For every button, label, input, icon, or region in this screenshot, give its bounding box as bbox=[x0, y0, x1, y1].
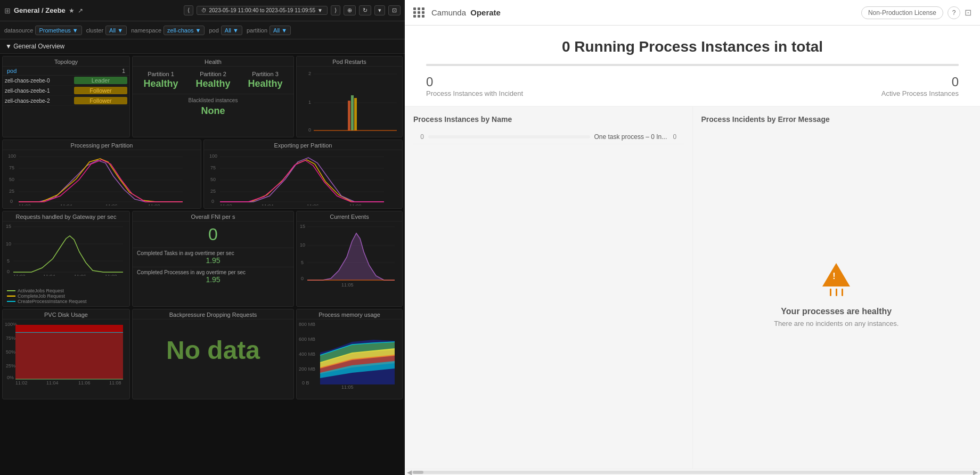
health-title: Health bbox=[133, 56, 293, 67]
svg-text:100: 100 bbox=[8, 153, 16, 159]
fni-title: Overall FNI per s bbox=[133, 211, 293, 222]
svg-text:11:06: 11:06 bbox=[78, 380, 91, 384]
svg-text:75: 75 bbox=[210, 165, 216, 170]
svg-text:11:08: 11:08 bbox=[349, 203, 362, 206]
refresh-button[interactable]: ↻ bbox=[359, 5, 371, 15]
chevron-icon: ▼ bbox=[195, 27, 201, 34]
pod-dropdown[interactable]: All ▼ bbox=[221, 26, 242, 35]
active-label: Active Process Instances bbox=[881, 89, 959, 97]
svg-text:400 MB: 400 MB bbox=[299, 351, 315, 357]
pvc-title: PVC Disk Usage bbox=[3, 309, 129, 320]
grid-dot bbox=[413, 11, 416, 14]
svg-text:75: 75 bbox=[9, 165, 14, 170]
grid-dot bbox=[418, 15, 420, 18]
star-icon[interactable]: ★ bbox=[69, 7, 75, 14]
svg-text:50: 50 bbox=[210, 177, 216, 182]
incidents-label: Process Instances with Incident bbox=[426, 89, 523, 97]
svg-text:11:02: 11:02 bbox=[220, 203, 232, 206]
scroll-left-button[interactable]: ◀ bbox=[407, 469, 412, 476]
scroll-track[interactable] bbox=[412, 471, 973, 474]
nav-next-button[interactable]: ⟩ bbox=[331, 5, 340, 15]
svg-text:0: 0 bbox=[211, 199, 214, 204]
svg-text:75%: 75% bbox=[6, 335, 15, 341]
svg-text:11:02: 11:02 bbox=[13, 274, 26, 276]
grid-dot bbox=[418, 11, 420, 14]
svg-marker-67 bbox=[15, 332, 123, 379]
dashboard-grid[interactable]: Topology pod 1 zell-chaos-zeebe-0 Leader… bbox=[0, 54, 405, 475]
completed-processes-title: Completed Processes in avg overtime per … bbox=[137, 269, 289, 275]
namespace-filter: namespace zell-chaos ▼ bbox=[131, 26, 205, 35]
svg-text:5: 5 bbox=[301, 260, 304, 265]
cluster-dropdown[interactable]: All ▼ bbox=[105, 26, 127, 35]
bottom-scrollbar[interactable]: ◀ ▶ bbox=[405, 469, 980, 475]
window-button[interactable]: ⊡ bbox=[965, 7, 971, 18]
svg-rect-6 bbox=[348, 101, 350, 130]
backpressure-title: Backpressure Dropping Requests bbox=[133, 309, 293, 320]
svg-text:600 MB: 600 MB bbox=[299, 337, 315, 342]
incidents-col: Process Incidents by Error Message ! bbox=[693, 107, 981, 469]
instances-title: Process Instances by Name bbox=[413, 115, 684, 124]
apps-icon[interactable]: ⊞ bbox=[4, 6, 11, 15]
hero-metrics: 0 Process Instances with Incident 0 Acti… bbox=[426, 75, 959, 97]
memory-svg: 800 MB 600 MB 400 MB 200 MB 0 B 11:0 bbox=[299, 321, 397, 390]
svg-text:11:06: 11:06 bbox=[105, 203, 118, 206]
help-button[interactable]: ? bbox=[948, 6, 960, 19]
row-2: Processing per Partition 100 75 50 25 0 bbox=[2, 140, 403, 209]
processing-panel: Processing per Partition 100 75 50 25 0 bbox=[2, 140, 201, 209]
memory-title: Process memory usage bbox=[297, 309, 402, 320]
tv-button[interactable]: ⊡ bbox=[388, 5, 401, 15]
pod-name: zell-chaos-zeebe-1 bbox=[5, 88, 74, 94]
gateway-legend: ActivateJobs Request CompleteJob Request… bbox=[3, 287, 129, 306]
nav-prev-button[interactable]: ⟨ bbox=[184, 5, 193, 15]
breadcrumb: General / Zeebe bbox=[14, 6, 66, 14]
row-4: PVC Disk Usage 100% 75% 50% 25% 0% bbox=[2, 309, 403, 399]
scroll-thumb[interactable] bbox=[413, 471, 423, 474]
svg-text:0: 0 bbox=[7, 269, 10, 274]
active-value: 0 bbox=[881, 75, 959, 89]
pod-name: zell-chaos-zeebe-0 bbox=[5, 78, 74, 84]
section-header: ▼ General Overview bbox=[0, 39, 405, 54]
datasource-dropdown[interactable]: Prometheus ▼ bbox=[35, 26, 81, 35]
hero-stats: 0 Running Process Instances in total 0 P… bbox=[405, 26, 980, 107]
svg-text:15: 15 bbox=[300, 224, 305, 229]
fni-value: 0 bbox=[133, 222, 293, 248]
completed-processes-section: Completed Processes in avg overtime per … bbox=[133, 267, 293, 286]
instances-col: Process Instances by Name 0 One task pro… bbox=[405, 107, 693, 469]
scroll-right-button[interactable]: ▶ bbox=[973, 469, 978, 476]
svg-text:1: 1 bbox=[308, 100, 311, 105]
row-1: Topology pod 1 zell-chaos-zeebe-0 Leader… bbox=[2, 56, 403, 137]
gateway-chart: 15 10 5 0 11:02 11:04 11:06 11:08 bbox=[3, 222, 129, 287]
zoom-button[interactable]: ⊕ bbox=[344, 5, 356, 15]
pvc-panel: PVC Disk Usage 100% 75% 50% 25% 0% bbox=[2, 309, 130, 399]
time-range[interactable]: ⏱ 2023-05-19 11:00:40 to 2023-05-19 11:0… bbox=[197, 6, 328, 15]
partition-dropdown[interactable]: All ▼ bbox=[270, 26, 291, 35]
topbar-right: ⟨ ⏱ 2023-05-19 11:00:40 to 2023-05-19 11… bbox=[184, 5, 401, 15]
events-panel: Current Events 15 10 5 0 bbox=[296, 211, 403, 307]
share-icon[interactable]: ↗ bbox=[78, 7, 83, 14]
svg-text:100: 100 bbox=[209, 153, 217, 159]
namespace-dropdown[interactable]: zell-chaos ▼ bbox=[164, 26, 205, 35]
license-badge: Non-Production License bbox=[861, 6, 943, 19]
camunda-topbar: Camunda Operate Non-Production License ?… bbox=[405, 0, 980, 26]
legend-color bbox=[7, 301, 15, 302]
no-data-text: No data bbox=[133, 320, 293, 381]
partition-2: Partition 2 Healthy bbox=[195, 71, 230, 89]
svg-text:50%: 50% bbox=[6, 349, 15, 355]
role-badge: Follower bbox=[74, 97, 127, 104]
svg-text:0: 0 bbox=[10, 199, 13, 204]
active-metric: 0 Active Process Instances bbox=[881, 75, 959, 97]
grid-dot bbox=[418, 7, 420, 10]
progress-bar bbox=[426, 64, 959, 66]
healthy-icon: ! bbox=[822, 263, 850, 298]
incidents-metric: 0 Process Instances with Incident bbox=[426, 75, 523, 97]
pod-name: zell-chaos-zeebe-2 bbox=[5, 98, 74, 104]
camunda-content: 0 Running Process Instances in total 0 P… bbox=[405, 26, 980, 475]
exporting-panel: Exporting per Partition 100 75 50 25 0 bbox=[203, 140, 403, 209]
gateway-panel: Requests handled by Gateway per sec 15 1… bbox=[2, 211, 130, 307]
pod-restarts-chart: 2 1 0 11:05 bbox=[297, 67, 402, 137]
apps-grid-icon[interactable] bbox=[413, 7, 425, 18]
display-button[interactable]: ▾ bbox=[374, 5, 385, 15]
list-item[interactable]: 0 One task process – 0 In... 0 bbox=[413, 130, 684, 144]
backpressure-panel: Backpressure Dropping Requests No data bbox=[132, 309, 294, 399]
blacklisted-value: None bbox=[136, 105, 290, 117]
